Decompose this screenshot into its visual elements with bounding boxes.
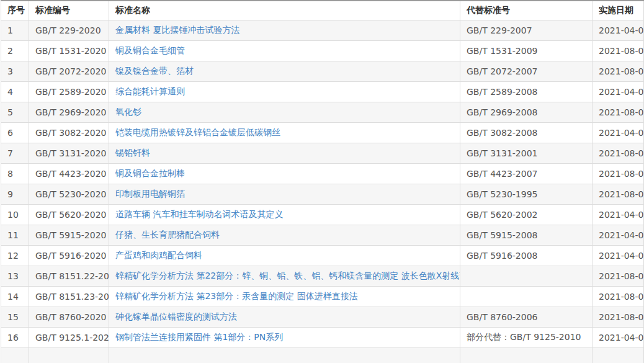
cell-replaced-code: GB/T 8760-2006	[460, 307, 593, 327]
cell-replaced-code: GB/T 3131-2001	[460, 143, 593, 163]
col-header-standard-code: 标准编号	[29, 1, 109, 20]
cell-replaced-code	[460, 266, 593, 286]
cell-standard-code: GB/T 3082-2020	[29, 122, 109, 143]
table-row: 12GB/T 5916-2020产蛋鸡和肉鸡配合饲料GB/T 5916-2008…	[1, 245, 644, 266]
standard-name-link[interactable]: 锌精矿化学分析方法 第22部分：锌、铜、铅、铁、铝、钙和镁含量的测定 波长色散X…	[115, 271, 460, 280]
cell-index: 16	[1, 327, 29, 347]
cell-replaced-code	[460, 286, 593, 307]
cell-index: 10	[1, 204, 29, 225]
cell-index: 2	[1, 40, 29, 61]
standard-name-link[interactable]: 氧化钐	[115, 107, 141, 117]
cell-index: 15	[1, 307, 29, 327]
cell-implementation-date: 2021-04-01	[593, 122, 644, 143]
table-row: 4GB/T 2589-2020综合能耗计算通则GB/T 2589-2008202…	[1, 81, 644, 102]
cell-index: 13	[1, 266, 29, 286]
cell-standard-name: 砷化镓单晶位错密度的测试方法	[109, 307, 460, 327]
standards-table: 序号 标准编号 标准名称 代替标准号 实施日期 1GB/T 229-2020金属…	[1, 0, 644, 363]
cell-standard-code: GB/T 5230-2020	[29, 184, 109, 204]
standard-name-link[interactable]: 道路车辆 汽车和挂车制动名词术语及其定义	[115, 209, 283, 219]
cell-index: 8	[1, 163, 29, 184]
standard-name-link[interactable]: 锌精矿化学分析方法 第23部分：汞含量的测定 固体进样直接法	[115, 291, 358, 301]
standard-name-link[interactable]: 金属材料 夏比摆锤冲击试验方法	[115, 25, 239, 35]
standard-name-link[interactable]: 铠装电缆用热镀锌及锌铝合金镀层低碳钢丝	[115, 127, 280, 137]
cell-standard-name: 铜及铜合金拉制棒	[109, 163, 460, 184]
cell-replaced-code: GB/T 2072-2007	[460, 61, 593, 81]
standard-name-link[interactable]: 印制板用电解铜箔	[115, 189, 185, 199]
cell-replaced-code: GB/T 2969-2008	[460, 102, 593, 122]
table-row: 9GB/T 5230-2020印制板用电解铜箔GB/T 5230-1995202…	[1, 184, 644, 204]
cell-standard-code: GB/T 3131-2020	[29, 143, 109, 163]
col-header-standard-name: 标准名称	[109, 1, 460, 20]
cell-index: 5	[1, 102, 29, 122]
cell-index: 11	[1, 225, 29, 245]
standard-name-link[interactable]: 钢制管法兰连接用紧固件 第1部分：PN系列	[115, 332, 283, 342]
table-row: 16GB/T 9125.1-2020钢制管法兰连接用紧固件 第1部分：PN系列部…	[1, 327, 644, 347]
cell-standard-name: 铜及铜合金毛细管	[109, 40, 460, 61]
standard-name-link[interactable]: 铜及铜合金毛细管	[115, 45, 185, 55]
table-row: 1GB/T 229-2020金属材料 夏比摆锤冲击试验方法GB/T 229-20…	[1, 20, 644, 40]
cell-implementation-date: 2021-04-01	[593, 327, 644, 347]
cell-index: 6	[1, 122, 29, 143]
cell-standard-code: GB/T 2589-2020	[29, 81, 109, 102]
table-row: 3GB/T 2072-2020镍及镍合金带、箔材GB/T 2072-200720…	[1, 61, 644, 81]
cell-standard-name: 锡铅钎料	[109, 143, 460, 163]
cell-standard-name: 镍及镍合金带、箔材	[109, 61, 460, 81]
col-header-implementation-date: 实施日期	[593, 1, 644, 20]
cell-replaced-code: GB/T 5230-1995	[460, 184, 593, 204]
cell-replaced-code: GB/T 5916-2008	[460, 245, 593, 266]
cell-standard-name: 道路车辆 汽车和挂车制动名词术语及其定义	[109, 204, 460, 225]
cell-index: 4	[1, 81, 29, 102]
cell-standard-name: 氧化钐	[109, 102, 460, 122]
cell-implementation-date: 2021-08-01	[593, 40, 644, 61]
cell-index: 14	[1, 286, 29, 307]
cell-standard-code: GB/T 2969-2020	[29, 102, 109, 122]
cell-index: 3	[1, 61, 29, 81]
cell-implementation-date: 2021-08-01	[593, 102, 644, 122]
table-row: 15GB/T 8760-2020砷化镓单晶位错密度的测试方法GB/T 8760-…	[1, 307, 644, 327]
cell-standard-name: 铠装电缆用热镀锌及锌铝合金镀层低碳钢丝	[109, 122, 460, 143]
cell-replaced-code: GB/T 1531-2009	[460, 40, 593, 61]
standard-name-link[interactable]: 产蛋鸡和肉鸡配合饲料	[115, 250, 202, 260]
cell-implementation-date: 2021-08-01	[593, 266, 644, 286]
standard-name-link[interactable]: 铜及铜合金拉制棒	[115, 168, 185, 178]
cell-implementation-date: 2021-04-01	[593, 204, 644, 225]
cell-standard-name: 印制板用电解铜箔	[109, 184, 460, 204]
cell-index	[1, 347, 29, 363]
cell-standard-code: GB/T 229-2020	[29, 20, 109, 40]
standard-name-link[interactable]: 仔猪、生长育肥猪配合饲料	[115, 230, 220, 240]
cell-replaced-code: GB/T 5915-2008	[460, 225, 593, 245]
table-row: 10GB/T 5620-2020道路车辆 汽车和挂车制动名词术语及其定义GB/T…	[1, 204, 644, 225]
table-row-partial	[1, 347, 644, 363]
col-header-index: 序号	[1, 1, 29, 20]
cell-replaced-code: GB/T 3082-2008	[460, 122, 593, 143]
cell-standard-name	[109, 347, 460, 363]
cell-replaced-code: GB/T 5620-2002	[460, 204, 593, 225]
cell-implementation-date: 2021-08-01	[593, 163, 644, 184]
table-row: 2GB/T 1531-2020铜及铜合金毛细管GB/T 1531-2009202…	[1, 40, 644, 61]
standard-name-link[interactable]: 砷化镓单晶位错密度的测试方法	[115, 311, 237, 321]
cell-implementation-date: 2021-04-01	[593, 225, 644, 245]
standard-name-link[interactable]: 综合能耗计算通则	[115, 86, 185, 96]
cell-standard-name: 钢制管法兰连接用紧固件 第1部分：PN系列	[109, 327, 460, 347]
cell-standard-name: 锌精矿化学分析方法 第22部分：锌、铜、铅、铁、铝、钙和镁含量的测定 波长色散X…	[109, 266, 460, 286]
table-header: 序号 标准编号 标准名称 代替标准号 实施日期	[1, 1, 644, 20]
cell-implementation-date: 2021-04-01	[593, 81, 644, 102]
standard-name-link[interactable]: 锡铅钎料	[115, 148, 150, 158]
cell-standard-code	[29, 347, 109, 363]
cell-replaced-code: GB/T 2589-2008	[460, 81, 593, 102]
cell-implementation-date: 2021-04-01	[593, 20, 644, 40]
table-row: 13GB/T 8151.22-2020锌精矿化学分析方法 第22部分：锌、铜、铅…	[1, 266, 644, 286]
cell-standard-name: 仔猪、生长育肥猪配合饲料	[109, 225, 460, 245]
cell-implementation-date: 2021-08-01	[593, 61, 644, 81]
cell-implementation-date: 2021-08-01	[593, 307, 644, 327]
cell-implementation-date: 2021-08-01	[593, 184, 644, 204]
cell-standard-name: 锌精矿化学分析方法 第23部分：汞含量的测定 固体进样直接法	[109, 286, 460, 307]
cell-index: 1	[1, 20, 29, 40]
table-header-row: 序号 标准编号 标准名称 代替标准号 实施日期	[1, 1, 644, 20]
cell-implementation-date: 2021-04-01	[593, 245, 644, 266]
standard-name-link[interactable]: 镍及镍合金带、箔材	[115, 66, 194, 76]
table-row: 7GB/T 3131-2020锡铅钎料GB/T 3131-20012021-08…	[1, 143, 644, 163]
cell-replaced-code	[460, 347, 593, 363]
cell-index: 9	[1, 184, 29, 204]
cell-standard-name: 综合能耗计算通则	[109, 81, 460, 102]
